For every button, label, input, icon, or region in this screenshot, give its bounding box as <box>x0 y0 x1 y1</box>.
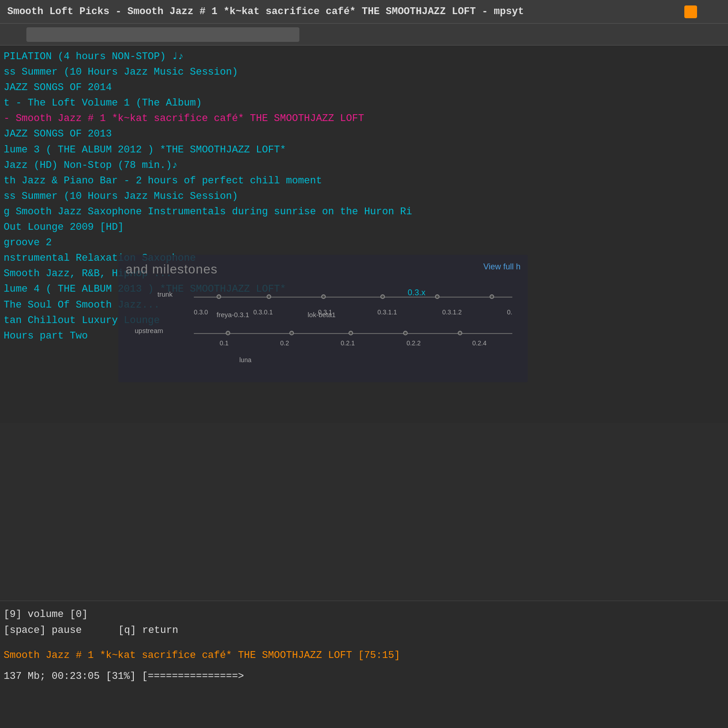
list-item: g Smooth Jazz Saxophone Instrumentals du… <box>2 204 728 220</box>
axis-val2: 0.2 <box>280 339 289 347</box>
axis-val: 0. <box>507 308 512 316</box>
graph-dot <box>458 331 462 335</box>
return-label: [q] return <box>118 622 178 638</box>
nav-bar <box>0 24 728 46</box>
title-bar-button[interactable] <box>684 5 697 18</box>
nav-search-input[interactable] <box>26 27 299 42</box>
list-item: t - The Loft Volume 1 (The Album) <box>2 96 728 111</box>
axis-val2: 0.2.2 <box>406 339 420 347</box>
pause-label: [space] pause <box>4 622 82 638</box>
axis-val: 0.3.0.1 <box>253 308 273 316</box>
list-item: PILATION (4 hours NON-STOP) ♩♪ <box>2 49 728 65</box>
graph-dot <box>226 331 230 335</box>
graph-dot <box>289 331 294 335</box>
controls-line: [space] pause [q] return <box>2 622 726 638</box>
graph-dot <box>490 294 494 299</box>
list-item: th Jazz & Piano Bar - 2 hours of perfect… <box>2 173 728 189</box>
luna-label: luna <box>239 356 251 364</box>
graph-dot <box>403 331 408 335</box>
axis-val2: 0.2.1 <box>341 339 355 347</box>
axis-val: 0.3.1.2 <box>442 308 462 316</box>
title-bar: Smooth Loft Picks - Smooth Jazz # 1 *k~k… <box>0 0 728 24</box>
axis-val2: 0.2.4 <box>472 339 486 347</box>
view-full-link[interactable]: View full h <box>483 262 521 272</box>
now-playing-line: Smooth Jazz # 1 *k~kat sacrifice café* T… <box>2 647 726 663</box>
graph-dot <box>349 331 353 335</box>
axis-val: 0.3.1.1 <box>378 308 397 316</box>
version-label: 0.3.x <box>408 288 425 298</box>
axis-val: 0.3.1 <box>318 308 332 316</box>
graph-dot <box>435 294 440 299</box>
trunk-graph-line <box>194 297 512 298</box>
graph-dot <box>321 294 326 299</box>
graph-area: trunk 0.3.x freya-0.3.1 lok-beta1 0.3.0 … <box>126 286 521 368</box>
progress-line: 137 Mb; 00:23:05 [31%] [===============> <box>2 668 726 684</box>
list-item: JAZZ SONGS OF 2014 <box>2 80 728 96</box>
title-bar-text: Smooth Loft Picks - Smooth Jazz # 1 *k~k… <box>7 6 524 17</box>
trunk-label: trunk <box>157 290 172 298</box>
list-item: ss Summer (10 Hours Jazz Music Session) <box>2 65 728 80</box>
axis-val2: 0.1 <box>220 339 228 347</box>
graph-dot <box>267 294 271 299</box>
upstream-label: upstream <box>135 327 163 334</box>
terminal-section: [9] volume [0] [space] pause [q] return … <box>0 601 728 728</box>
list-item: ss Summer (10 Hours Jazz Music Session) <box>2 189 728 204</box>
list-item: lume 3 ( THE ALBUM 2012 ) *THE SMOOTHJAZ… <box>2 142 728 158</box>
overlay-title: and milestones <box>126 262 521 277</box>
milestones-overlay: and milestones View full h trunk 0.3.x f… <box>118 255 528 382</box>
list-item: Out Lounge 2009 [HD] <box>2 220 728 235</box>
upstream-graph-line <box>194 333 512 334</box>
list-item: Jazz (HD) Non-Stop (78 min.)♪ <box>2 158 728 173</box>
volume-line: [9] volume [0] <box>2 607 726 622</box>
list-item: JAZZ SONGS OF 2013 <box>2 126 728 142</box>
list-item-active[interactable]: - Smooth Jazz # 1 *k~kat sacrifice café*… <box>2 111 728 126</box>
graph-dot <box>380 294 385 299</box>
list-item: groove 2 <box>2 235 728 251</box>
graph-dot <box>217 294 221 299</box>
axis-val: 0.3.0 <box>194 308 208 316</box>
